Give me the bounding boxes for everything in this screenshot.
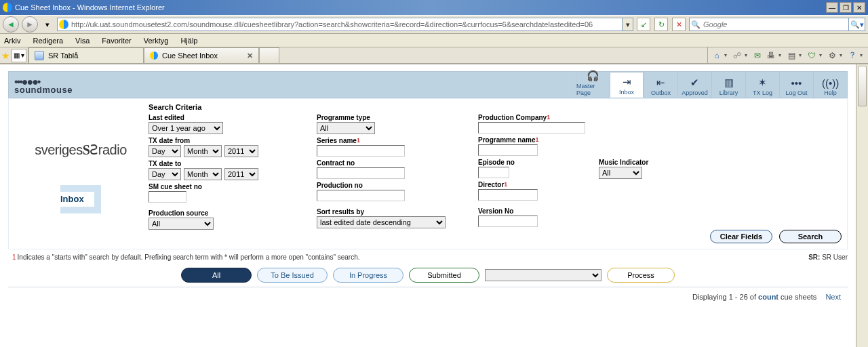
- process-button[interactable]: Process: [607, 268, 675, 283]
- close-window-button[interactable]: ✕: [853, 2, 865, 13]
- library-icon: ▥: [723, 77, 735, 89]
- contract-no-input[interactable]: [317, 167, 405, 179]
- address-input[interactable]: [70, 18, 622, 30]
- tab-label: SR Tablå: [48, 52, 78, 60]
- menu-hjalp[interactable]: Hjälp: [180, 37, 197, 45]
- forward-button[interactable]: ►: [22, 16, 38, 33]
- page-dropdown[interactable]: ▾: [41, 18, 54, 31]
- series-name-input[interactable]: [317, 145, 405, 157]
- last-edited-select[interactable]: Over 1 year ago: [149, 122, 223, 134]
- close-tab-button[interactable]: ✕: [247, 52, 253, 60]
- programme-name-input[interactable]: [478, 144, 538, 156]
- stop-button[interactable]: ✕: [672, 18, 686, 31]
- nav-tab-help[interactable]: ((•))Help: [813, 72, 847, 98]
- filter-to-be-issued-button[interactable]: To Be Issued: [257, 268, 328, 283]
- clear-fields-button[interactable]: Clear Fields: [710, 230, 772, 243]
- new-tab-button[interactable]: [259, 47, 279, 63]
- tx-from-day-select[interactable]: Day: [149, 145, 181, 157]
- brand-name: soundmouse: [14, 85, 73, 95]
- window-titlebar: Cue Sheet Inbox - Windows Internet Explo…: [0, 0, 868, 15]
- last-edited-label: Last edited: [149, 114, 304, 121]
- tools-icon[interactable]: ⚙: [826, 49, 838, 62]
- safety-icon[interactable]: 🛡: [806, 49, 818, 62]
- inbox-icon: ⇥: [620, 76, 633, 88]
- next-page-link[interactable]: Next: [825, 293, 841, 301]
- sm-cue-sheet-no-input[interactable]: [149, 191, 186, 203]
- logout-icon: •••: [791, 77, 803, 89]
- page-content: •••●●●• soundmouse 🎧Master Page ⇥Inbox ⇤…: [0, 64, 856, 301]
- version-no-input[interactable]: [478, 216, 538, 227]
- rss-icon[interactable]: ☍: [731, 49, 743, 62]
- menu-arkiv[interactable]: Arkiv: [4, 37, 20, 45]
- search-go-button[interactable]: 🔍▾: [848, 18, 865, 30]
- footnote-sup: 1: [12, 253, 16, 261]
- footnote: 1 Indicates a "starts with" search by de…: [8, 249, 848, 262]
- filter-submitted-button[interactable]: Submitted: [409, 268, 479, 283]
- production-source-label: Production source: [149, 209, 304, 217]
- separator: [8, 287, 848, 287]
- address-bar[interactable]: ▾: [57, 18, 633, 31]
- programme-type-select[interactable]: All: [317, 122, 375, 134]
- ie-icon: [3, 3, 12, 12]
- page-menu-icon[interactable]: ▤: [785, 49, 797, 62]
- address-dropdown[interactable]: ▾: [622, 18, 633, 30]
- nav-tab-library[interactable]: ▥Library: [711, 72, 745, 98]
- home-icon[interactable]: ⌂: [711, 49, 723, 62]
- nav-tab-master-page[interactable]: 🎧Master Page: [576, 72, 610, 98]
- filter-all-button[interactable]: All: [181, 268, 252, 283]
- filter-in-progress-button[interactable]: In Progress: [333, 268, 403, 283]
- tab-label: Cue Sheet Inbox: [162, 52, 218, 60]
- back-button[interactable]: ◄: [3, 16, 19, 33]
- maximize-button[interactable]: ❐: [840, 2, 852, 13]
- brand-logo: •••●●●• soundmouse: [9, 79, 73, 98]
- nav-tab-approved[interactable]: ✔Approved: [677, 72, 711, 98]
- production-no-input[interactable]: [317, 190, 405, 201]
- tx-to-day-select[interactable]: Day: [149, 168, 181, 180]
- menu-verktyg[interactable]: Verktyg: [144, 37, 169, 45]
- menu-redigera[interactable]: Redigera: [33, 37, 63, 45]
- episode-no-input[interactable]: [478, 167, 509, 178]
- user-name: SR User: [822, 253, 848, 261]
- tx-to-year-select[interactable]: 2011: [224, 168, 258, 180]
- filter-select[interactable]: [485, 269, 601, 281]
- user-label: SR:: [808, 253, 820, 261]
- director-input[interactable]: [478, 189, 538, 201]
- production-company-input[interactable]: [478, 122, 585, 134]
- nav-tab-log-out[interactable]: •••Log Out: [779, 72, 813, 98]
- menu-favoriter[interactable]: Favoriter: [102, 37, 131, 45]
- nav-tab-outbox[interactable]: ⇤Outbox: [644, 72, 677, 98]
- menu-visa[interactable]: Visa: [75, 37, 90, 45]
- nav-tab-tx-log[interactable]: ✶TX Log: [745, 72, 779, 98]
- brand-dots: •••●●●•: [14, 79, 73, 85]
- search-icon: 🔍: [690, 20, 702, 29]
- tab-favicon-icon: [35, 51, 44, 60]
- vertical-scrollbar[interactable]: [856, 64, 868, 347]
- production-source-select[interactable]: All: [149, 218, 214, 230]
- search-button[interactable]: Search: [779, 230, 842, 243]
- check-circle-icon: ✔: [689, 77, 701, 89]
- refresh-button[interactable]: ↻: [654, 18, 668, 31]
- help-icon[interactable]: ？: [846, 49, 859, 62]
- sort-results-label: Sort results by: [317, 208, 466, 216]
- favorites-star-icon[interactable]: ★: [1, 50, 10, 61]
- production-company-label: Production Company1: [478, 114, 587, 121]
- search-engine-input[interactable]: [702, 20, 848, 29]
- music-indicator-select[interactable]: All: [599, 167, 642, 179]
- minimize-button[interactable]: —: [826, 2, 838, 13]
- tab-cue-sheet-inbox[interactable]: Cue Sheet Inbox ✕: [144, 47, 259, 63]
- nav-tab-inbox[interactable]: ⇥Inbox: [610, 72, 644, 98]
- tx-from-year-select[interactable]: 2011: [224, 145, 258, 157]
- programme-type-label: Programme type: [317, 114, 466, 121]
- headphones-icon: 🎧: [587, 70, 599, 82]
- tx-to-month-select[interactable]: Month: [184, 168, 222, 180]
- tab-sr-tabla[interactable]: SR Tablå: [28, 47, 144, 63]
- search-engine-box[interactable]: 🔍 🔍▾: [689, 18, 865, 31]
- print-icon[interactable]: 🖶: [765, 49, 777, 62]
- window-title: Cue Sheet Inbox - Windows Internet Explo…: [15, 3, 165, 12]
- sort-results-select[interactable]: last edited date descending: [317, 216, 446, 228]
- email-icon[interactable]: ✉: [751, 49, 764, 62]
- quick-tabs-button[interactable]: ▦ ▾: [12, 49, 26, 62]
- tx-from-month-select[interactable]: Month: [184, 145, 222, 157]
- compat-view-button[interactable]: ↙: [637, 18, 650, 31]
- tab-favicon-icon: [150, 52, 158, 60]
